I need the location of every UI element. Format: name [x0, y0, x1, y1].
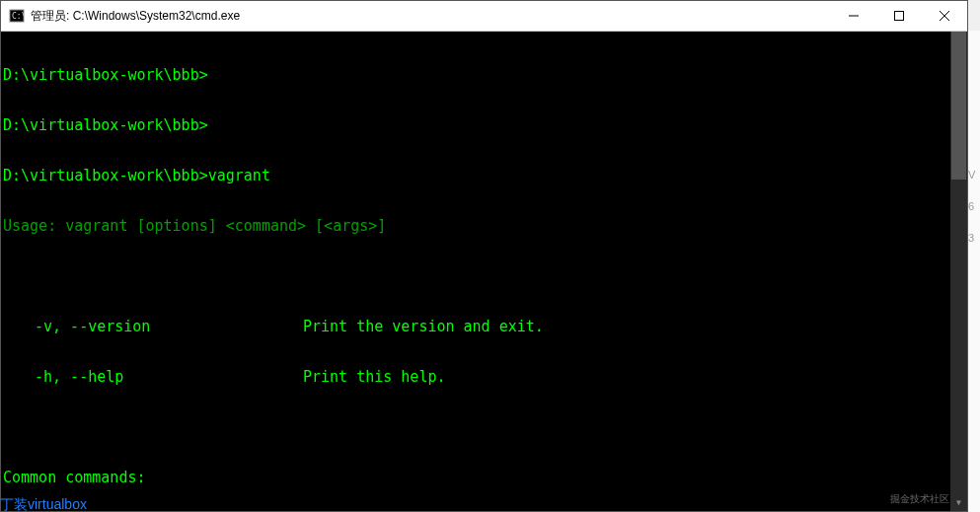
option-flags: -h, --help — [35, 369, 303, 386]
svg-text:C:\: C:\ — [12, 12, 25, 21]
close-button[interactable] — [922, 1, 967, 31]
option-desc: Print the version and exit. — [303, 319, 544, 335]
background-link-fragment: 丁装virtualbox — [0, 496, 87, 512]
watermark-text: 掘金技术社区 — [890, 490, 949, 507]
prompt-path: D:\virtualbox-work\bbb> — [3, 167, 208, 184]
titlebar[interactable]: C:\ 管理员: C:\Windows\System32\cmd.exe — [1, 1, 967, 32]
window-controls — [831, 1, 967, 31]
option-flags: -v, --version — [35, 319, 303, 335]
usage-line: Usage: vagrant [options] <command> [<arg… — [3, 218, 967, 235]
vertical-scrollbar[interactable]: ▲ ▼ — [950, 32, 967, 511]
commands-header: Common commands: — [3, 470, 967, 486]
option-desc: Print this help. — [303, 369, 446, 386]
prompt-path: D:\virtualbox-work\bbb> — [3, 66, 208, 84]
prompt-input: vagrant — [208, 167, 270, 184]
scroll-down-button[interactable]: ▼ — [950, 494, 967, 511]
terminal-area[interactable]: D:\virtualbox-work\bbb> D:\virtualbox-wo… — [1, 32, 967, 511]
terminal-output: D:\virtualbox-work\bbb> D:\virtualbox-wo… — [3, 34, 967, 511]
cmd-icon: C:\ — [9, 8, 25, 24]
cmd-window: C:\ 管理员: C:\Windows\System32\cmd.exe D:\… — [0, 0, 968, 512]
svg-rect-3 — [895, 12, 904, 21]
prompt-path: D:\virtualbox-work\bbb> — [3, 116, 208, 134]
maximize-button[interactable] — [876, 1, 922, 31]
minimize-button[interactable] — [831, 1, 876, 31]
background-page-fragment: V 6 3 — [968, 31, 980, 512]
window-title: 管理员: C:\Windows\System32\cmd.exe — [31, 8, 831, 25]
scrollbar-thumb[interactable] — [951, 32, 966, 180]
